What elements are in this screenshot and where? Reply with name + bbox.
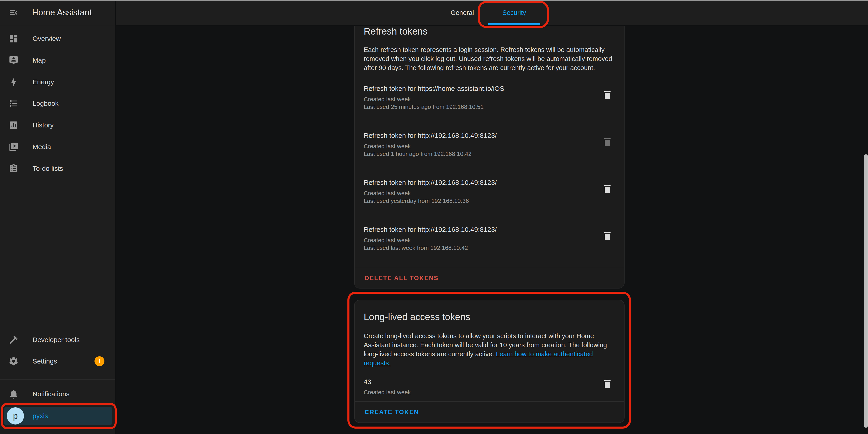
sidebar-item-label: To-do lists — [33, 165, 63, 172]
sidebar-item-history[interactable]: History — [0, 114, 115, 136]
long-lived-token-row: 43 Created last week — [364, 377, 615, 396]
sidebar-item-overview[interactable]: Overview — [0, 28, 115, 49]
bell-icon — [8, 389, 19, 399]
card-title: Refresh tokens — [364, 26, 615, 37]
window-top-edge — [0, 0, 868, 1]
active-tab-indicator — [488, 23, 540, 25]
refresh-token-list: Refresh token for https://home-assistant… — [364, 84, 615, 252]
token-last-used: Last used 25 minutes ago from 192.168.10… — [364, 103, 504, 111]
card-description: Each refresh token represents a login se… — [364, 45, 615, 72]
list-bulleted-icon — [8, 99, 19, 108]
sidebar-item-logbook[interactable]: Logbook — [0, 93, 115, 114]
tab-general[interactable]: General — [436, 0, 488, 25]
sidebar-item-label: Energy — [33, 78, 54, 86]
refresh-token-row: Refresh token for http://192.168.10.49:8… — [364, 131, 615, 158]
delete-token-icon[interactable] — [602, 183, 613, 194]
sidebar-item-settings[interactable]: Settings 1 — [0, 350, 115, 372]
sidebar-item-label: Overview — [33, 35, 61, 42]
token-name: Refresh token for http://192.168.10.49:8… — [364, 178, 497, 187]
sidebar-item-label: Developer tools — [33, 336, 80, 344]
play-box-multiple-icon — [8, 142, 19, 152]
top-header: General Security — [116, 0, 868, 25]
sidebar: Home Assistant Overview Map Energy Logbo… — [0, 0, 115, 434]
card-title: Long-lived access tokens — [364, 312, 615, 322]
view-dashboard-icon — [8, 34, 19, 44]
scrollbar-thumb[interactable] — [864, 154, 868, 428]
sidebar-item-energy[interactable]: Energy — [0, 71, 115, 93]
delete-token-icon-disabled — [602, 136, 613, 147]
sidebar-item-label: Logbook — [33, 100, 59, 107]
lightning-bolt-icon — [8, 77, 19, 87]
token-last-used: Last used 1 hour ago from 192.168.10.42 — [364, 150, 497, 158]
refresh-token-row: Refresh token for http://192.168.10.49:8… — [364, 225, 615, 252]
delete-token-icon[interactable] — [602, 230, 613, 241]
sidebar-item-developer-tools[interactable]: Developer tools — [0, 329, 115, 350]
sidebar-item-media[interactable]: Media — [0, 136, 115, 158]
token-created: Created last week — [364, 388, 411, 396]
delete-token-icon[interactable] — [602, 378, 613, 389]
token-created: Created last week — [364, 95, 504, 103]
sidebar-item-label: Notifications — [33, 390, 69, 398]
refresh-token-row: Refresh token for https://home-assistant… — [364, 84, 615, 111]
token-name: Refresh token for http://192.168.10.49:8… — [364, 131, 497, 140]
tab-security[interactable]: Security — [488, 0, 540, 25]
tooltip-account-icon — [8, 55, 19, 65]
sidebar-item-notifications[interactable]: Notifications — [0, 383, 115, 405]
card-actions: DELETE ALL TOKENS — [355, 268, 624, 288]
refresh-tokens-card: Refresh tokens Each refresh token repres… — [354, 26, 625, 289]
app-title: Home Assistant — [32, 8, 92, 18]
sidebar-item-map[interactable]: Map — [0, 49, 115, 71]
clipboard-list-icon — [8, 164, 19, 173]
token-created: Created last week — [364, 189, 497, 197]
token-last-used: Last used last week from 192.168.10.42 — [364, 244, 497, 252]
tab-bar: General Security — [436, 0, 540, 25]
refresh-token-row: Refresh token for http://192.168.10.49:8… — [364, 178, 615, 205]
sidebar-item-label: Map — [33, 57, 46, 64]
sidebar-item-label: History — [33, 121, 54, 129]
token-created: Created last week — [364, 236, 497, 244]
delete-all-tokens-button[interactable]: DELETE ALL TOKENS — [364, 272, 442, 285]
card-description: Create long-lived access tokens to allow… — [364, 331, 615, 368]
sidebar-header: Home Assistant — [0, 0, 115, 25]
gear-icon — [8, 356, 19, 366]
menu-open-icon[interactable] — [8, 8, 19, 18]
token-last-used: Last used yesterday from 192.168.10.36 — [364, 197, 497, 205]
token-name: Refresh token for http://192.168.10.49:8… — [364, 225, 497, 234]
sidebar-item-label: Media — [33, 143, 51, 151]
sidebar-user-pyxis[interactable]: p pyxis — [4, 407, 112, 425]
user-name: pyxis — [33, 412, 48, 420]
token-name: 43 — [364, 377, 411, 386]
sidebar-item-todo-lists[interactable]: To-do lists — [0, 158, 115, 179]
sidebar-divider — [0, 379, 115, 379]
long-lived-access-tokens-card: Long-lived access tokens Create long-liv… — [354, 300, 625, 423]
delete-token-icon[interactable] — [602, 90, 613, 100]
hammer-icon — [8, 335, 19, 345]
chart-box-icon — [8, 120, 19, 130]
token-created: Created last week — [364, 142, 497, 150]
sidebar-item-label: Settings — [33, 358, 57, 365]
settings-notification-badge: 1 — [94, 356, 104, 366]
token-name: Refresh token for https://home-assistant… — [364, 84, 504, 93]
create-token-button[interactable]: CREATE TOKEN — [364, 405, 423, 419]
card-actions: CREATE TOKEN — [355, 401, 624, 423]
avatar: p — [7, 407, 24, 425]
